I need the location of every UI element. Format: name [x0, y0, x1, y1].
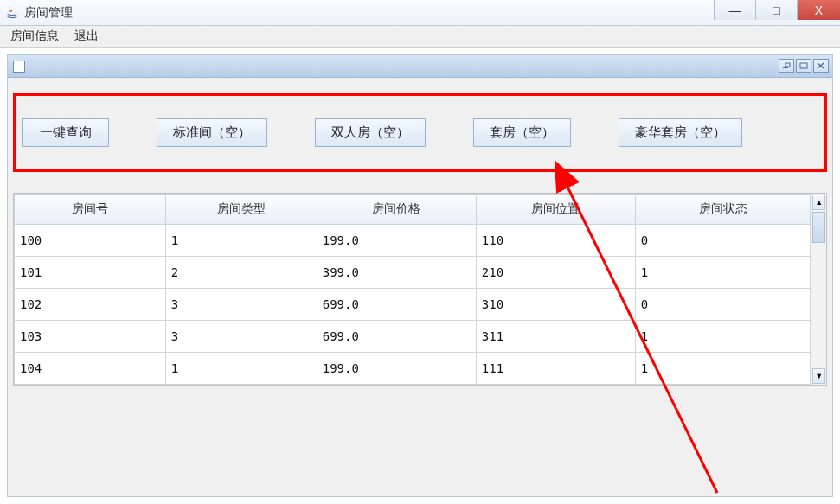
- cell-room-status[interactable]: 0: [635, 225, 810, 257]
- cell-room-location[interactable]: 210: [476, 257, 635, 289]
- cell-room-status[interactable]: 1: [635, 353, 810, 385]
- col-room-price[interactable]: 房间价格: [317, 195, 476, 225]
- cell-room-type[interactable]: 1: [165, 353, 317, 385]
- cell-room-price[interactable]: 699.0: [317, 289, 476, 321]
- desktop-area: 一键查询 标准间（空） 双人房（空） 套房（空） 豪华套房（空） 房间号 房间类…: [0, 48, 840, 504]
- cell-room-price[interactable]: 699.0: [317, 321, 476, 353]
- filter-button-row: 一键查询 标准间（空） 双人房（空） 套房（空） 豪华套房（空）: [13, 93, 827, 172]
- col-room-number[interactable]: 房间号: [15, 195, 166, 225]
- cell-room-status[interactable]: 1: [635, 321, 810, 353]
- col-room-type[interactable]: 房间类型: [165, 195, 317, 225]
- cell-room-type[interactable]: 3: [165, 289, 317, 321]
- cell-room-price[interactable]: 199.0: [317, 225, 476, 257]
- cell-room-price[interactable]: 199.0: [317, 353, 476, 385]
- close-button[interactable]: X: [797, 0, 840, 20]
- cell-room-location[interactable]: 111: [476, 353, 635, 385]
- table-row[interactable]: 100 1 199.0 110 0: [15, 225, 811, 257]
- cell-room-type[interactable]: 1: [165, 225, 317, 257]
- cell-room-status[interactable]: 0: [635, 289, 810, 321]
- query-all-button[interactable]: 一键查询: [22, 118, 109, 147]
- internal-content: 一键查询 标准间（空） 双人房（空） 套房（空） 豪华套房（空） 房间号 房间类…: [8, 78, 832, 496]
- cell-room-number[interactable]: 103: [15, 321, 166, 353]
- cell-room-location[interactable]: 110: [476, 225, 635, 257]
- internal-frame-titlebar[interactable]: [8, 55, 832, 78]
- cell-room-location[interactable]: 311: [476, 321, 635, 353]
- vertical-scrollbar[interactable]: ▲ ▼: [811, 194, 826, 385]
- cell-room-number[interactable]: 104: [15, 353, 166, 385]
- internal-frame-controls: [779, 59, 829, 73]
- scroll-down-button[interactable]: ▼: [812, 368, 825, 384]
- table-row[interactable]: 104 1 199.0 111 1: [15, 353, 811, 385]
- document-icon: [13, 61, 25, 73]
- window-titlebar: 房间管理 — □ X: [0, 0, 840, 26]
- col-room-status[interactable]: 房间状态: [635, 195, 810, 225]
- cell-room-number[interactable]: 101: [15, 257, 166, 289]
- internal-iconify-button[interactable]: [779, 59, 794, 73]
- menu-room-info[interactable]: 房间信息: [7, 27, 62, 46]
- scroll-thumb[interactable]: [812, 212, 825, 243]
- cell-room-type[interactable]: 2: [165, 257, 317, 289]
- cell-room-number[interactable]: 102: [15, 289, 166, 321]
- minimize-button[interactable]: —: [714, 0, 755, 20]
- cell-room-location[interactable]: 310: [476, 289, 635, 321]
- room-table-container: 房间号 房间类型 房间价格 房间位置 房间状态 100 1 199.0 110: [13, 193, 827, 386]
- scroll-track[interactable]: [811, 244, 826, 367]
- cell-room-type[interactable]: 3: [165, 321, 317, 353]
- table-row[interactable]: 103 3 699.0 311 1: [15, 321, 811, 353]
- window-title: 房间管理: [24, 5, 73, 21]
- java-icon: [5, 6, 19, 20]
- menu-exit[interactable]: 退出: [71, 27, 102, 46]
- internal-frame: 一键查询 标准间（空） 双人房（空） 套房（空） 豪华套房（空） 房间号 房间类…: [7, 54, 833, 497]
- window-controls: — □ X: [714, 0, 840, 25]
- maximize-button[interactable]: □: [755, 0, 797, 20]
- col-room-location[interactable]: 房间位置: [476, 195, 635, 225]
- menubar: 房间信息 退出: [0, 26, 840, 48]
- deluxe-suite-button[interactable]: 豪华套房（空）: [619, 118, 742, 147]
- table-header-row: 房间号 房间类型 房间价格 房间位置 房间状态: [15, 195, 811, 225]
- suite-button[interactable]: 套房（空）: [473, 118, 571, 147]
- double-room-button[interactable]: 双人房（空）: [315, 118, 426, 147]
- table-row[interactable]: 101 2 399.0 210 1: [15, 257, 811, 289]
- svg-rect-1: [785, 63, 790, 67]
- cell-room-price[interactable]: 399.0: [317, 257, 476, 289]
- internal-maximize-button[interactable]: [796, 59, 811, 73]
- internal-close-button[interactable]: [813, 59, 829, 73]
- svg-rect-2: [800, 63, 807, 68]
- standard-room-button[interactable]: 标准间（空）: [157, 118, 267, 147]
- cell-room-status[interactable]: 1: [635, 257, 810, 289]
- scroll-up-button[interactable]: ▲: [812, 195, 825, 210]
- cell-room-number[interactable]: 100: [15, 225, 166, 257]
- room-table: 房间号 房间类型 房间价格 房间位置 房间状态 100 1 199.0 110: [14, 194, 811, 385]
- table-row[interactable]: 102 3 699.0 310 0: [15, 289, 811, 321]
